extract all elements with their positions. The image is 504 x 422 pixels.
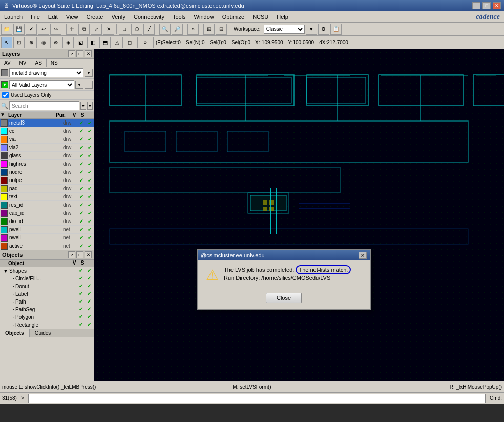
layer-selectable[interactable]: ✔ — [86, 243, 94, 249]
tb-ws-opt2[interactable]: 📋 — [330, 24, 342, 35]
tb2-cmd9[interactable]: ◻ — [124, 37, 135, 48]
layers-close[interactable]: ✕ — [85, 50, 92, 57]
tab-objects[interactable]: Objects — [0, 329, 30, 337]
layer-row[interactable]: res_id drw ✔ ✔ — [0, 201, 94, 209]
col-sort[interactable]: ▼ — [0, 112, 7, 118]
layer-row[interactable]: highres drw ✔ ✔ — [0, 160, 94, 168]
layer-selectable[interactable]: ✔ — [86, 128, 94, 134]
objects-help[interactable]: ? — [68, 251, 75, 258]
obj-visible[interactable]: ✔ — [77, 314, 85, 321]
menu-tools[interactable]: Tools — [169, 11, 190, 22]
obj-row[interactable]: · Label ✔ ✔ — [0, 290, 94, 298]
obj-row[interactable]: ▼ Shapes ✔ ✔ — [0, 267, 94, 275]
layers-help[interactable]: ? — [68, 50, 75, 57]
col-v[interactable]: V — [70, 112, 78, 118]
layer-visible[interactable]: ✔ — [77, 128, 86, 134]
tb-open[interactable]: 📁 — [1, 24, 12, 35]
search-opts[interactable]: ▼ — [87, 102, 93, 110]
layer-selectable[interactable]: ✔ — [86, 120, 94, 126]
tb2-more[interactable]: » — [140, 37, 151, 48]
filter-arrow[interactable]: ▼ — [75, 81, 83, 89]
tb2-cmd8[interactable]: △ — [112, 37, 123, 48]
obj-row[interactable]: · Donut ✔ ✔ — [0, 283, 94, 290]
tb-zoom-out[interactable]: 🔎 — [172, 24, 183, 35]
layer-row[interactable]: via drw ✔ ✔ — [0, 135, 94, 144]
layer-tab-as[interactable]: AS — [31, 59, 47, 67]
tb-save[interactable]: 💾 — [13, 24, 25, 35]
tb2-cmd2[interactable]: ◎ — [38, 37, 49, 48]
layer-visible[interactable]: ✔ — [77, 136, 86, 142]
search-arrow[interactable]: ▼ — [80, 102, 86, 110]
menu-file[interactable]: File — [27, 11, 44, 22]
obj-selectable[interactable]: ✔ — [86, 314, 93, 321]
obj-visible[interactable]: ✔ — [77, 321, 85, 329]
tb-move[interactable]: ✛ — [66, 24, 77, 35]
layer-selectable[interactable]: ✔ — [86, 202, 94, 208]
layer-visible[interactable]: ✔ — [77, 235, 86, 240]
tb-copy[interactable]: ⧉ — [78, 24, 90, 35]
layer-visible[interactable]: ✔ — [77, 210, 86, 216]
window-controls[interactable]: _ □ ✕ — [472, 2, 501, 9]
menu-launch[interactable]: Launch — [0, 11, 27, 22]
tb2-isel[interactable]: ⊡ — [13, 37, 25, 48]
tb-zoom-in[interactable]: 🔍 — [159, 24, 171, 35]
minimize-button[interactable]: _ — [472, 2, 480, 9]
layer-selectable[interactable]: ✔ — [86, 218, 94, 224]
menu-create[interactable]: Create — [82, 11, 107, 22]
layer-tab-av[interactable]: AV — [0, 59, 15, 67]
filter-opts[interactable]: ⋯ — [85, 81, 93, 89]
obj-visible[interactable]: ✔ — [77, 283, 85, 290]
tb-stretch[interactable]: ⤢ — [91, 24, 102, 35]
dialog-close-btn[interactable]: Close — [266, 293, 302, 303]
tb2-cmd4[interactable]: ◈ — [62, 37, 74, 48]
tb2-cmd6[interactable]: ◧ — [87, 37, 98, 48]
obj-visible[interactable]: ✔ — [77, 291, 85, 298]
layer-visible[interactable]: ✔ — [77, 218, 86, 224]
tb-undo[interactable]: ↩ — [38, 24, 49, 35]
layer-selectable[interactable]: ✔ — [86, 186, 94, 191]
layer-selectable[interactable]: ✔ — [86, 145, 94, 150]
tb-ws-opt1[interactable]: ⚙ — [318, 24, 329, 35]
menu-window[interactable]: Window — [190, 11, 218, 22]
obj-visible[interactable]: ✔ — [77, 268, 85, 275]
layer-row[interactable]: active net ✔ ✔ — [0, 242, 94, 250]
obj-visible[interactable]: ✔ — [77, 275, 85, 283]
col-s[interactable]: S — [78, 112, 87, 118]
menu-view[interactable]: View — [62, 11, 82, 22]
obj-selectable[interactable]: ✔ — [86, 321, 93, 329]
col-layer[interactable]: Layer — [7, 112, 55, 118]
obj-selectable[interactable]: ✔ — [86, 268, 93, 275]
layer-visible[interactable]: ✔ — [77, 153, 86, 158]
search-input[interactable] — [9, 101, 79, 110]
menu-help[interactable]: Help — [272, 11, 292, 22]
obj-col-object[interactable]: Object — [7, 260, 70, 267]
layer-tab-ns[interactable]: NS — [47, 59, 62, 67]
tb-more[interactable]: » — [187, 24, 199, 35]
tb-del[interactable]: ✕ — [103, 24, 114, 35]
layer-row[interactable]: dio_id drw ✔ ✔ — [0, 217, 94, 226]
obj-visible[interactable]: ✔ — [77, 298, 85, 306]
layer-row[interactable]: text drw ✔ ✔ — [0, 193, 94, 201]
tb2-cmd7[interactable]: ⬒ — [99, 37, 111, 48]
layer-visible[interactable]: ✔ — [77, 243, 86, 249]
used-layers-checkbox[interactable] — [2, 92, 9, 98]
layer-visible[interactable]: ✔ — [77, 227, 86, 232]
menu-connectivity[interactable]: Connectivity — [130, 11, 169, 22]
obj-row[interactable]: · Path ✔ ✔ — [0, 298, 94, 306]
layer-row[interactable]: nolpe drw ✔ ✔ — [0, 176, 94, 185]
layer-row[interactable]: via2 drw ✔ ✔ — [0, 144, 94, 152]
tb-snap2[interactable]: ⊟ — [216, 24, 227, 35]
layer-selectable[interactable]: ✔ — [86, 177, 94, 183]
layer-selectable[interactable]: ✔ — [86, 210, 94, 216]
tb-snap[interactable]: ⊞ — [203, 24, 215, 35]
col-pur[interactable]: Pur. — [55, 112, 70, 118]
layer-visible[interactable]: ✔ — [77, 177, 86, 183]
layer-visible[interactable]: ✔ — [77, 202, 86, 208]
tb2-cmd3[interactable]: ⊗ — [50, 37, 61, 48]
obj-selectable[interactable]: ✔ — [86, 283, 93, 290]
layer-tab-nv[interactable]: NV — [15, 59, 31, 67]
layers-options[interactable]: □ — [76, 50, 83, 57]
obj-selectable[interactable]: ✔ — [86, 298, 93, 306]
obj-row[interactable]: · Polygon ✔ ✔ — [0, 313, 94, 321]
layer-selectable[interactable]: ✔ — [86, 235, 94, 240]
